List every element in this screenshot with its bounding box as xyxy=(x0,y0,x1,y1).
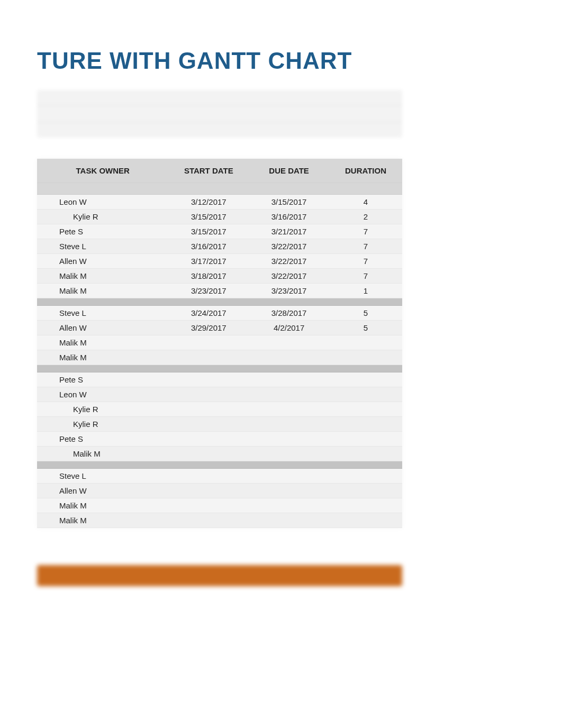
cell-owner: Pete S xyxy=(37,372,168,387)
cell-start xyxy=(168,432,249,447)
section-separator xyxy=(37,298,402,306)
cell-duration xyxy=(329,350,402,365)
cell-duration xyxy=(329,484,402,498)
cell-duration: 4 xyxy=(329,195,402,210)
cell-start xyxy=(168,402,249,417)
table-row: Steve L3/16/20173/22/20177 xyxy=(37,239,402,254)
cell-due: 3/28/2017 xyxy=(249,306,329,321)
cell-duration xyxy=(329,387,402,402)
table-row: Malik M3/23/20173/23/20171 xyxy=(37,284,402,298)
table-row: Malik M xyxy=(37,447,402,461)
cell-duration xyxy=(329,417,402,432)
cell-due: 3/16/2017 xyxy=(249,210,329,224)
table-row: Kylie R3/15/20173/16/20172 xyxy=(37,210,402,224)
table-row: Pete S xyxy=(37,432,402,447)
cell-start: 3/17/2017 xyxy=(168,254,249,269)
cell-due xyxy=(249,402,329,417)
cell-duration: 5 xyxy=(329,306,402,321)
cell-owner: Leon W xyxy=(37,387,168,402)
cell-duration xyxy=(329,498,402,513)
cell-start xyxy=(168,469,249,484)
table-row: Kylie R xyxy=(37,402,402,417)
cell-start: 3/15/2017 xyxy=(168,224,249,239)
cell-duration xyxy=(329,513,402,528)
blurred-meta-banner xyxy=(37,90,402,138)
table-row: Steve L3/24/20173/28/20175 xyxy=(37,306,402,321)
cell-owner: Malik M xyxy=(37,447,168,461)
section-separator xyxy=(37,365,402,372)
page: TURE WITH GANTT CHART TASK OWNER START D… xyxy=(0,0,562,586)
cell-owner: Pete S xyxy=(37,432,168,447)
cell-start: 3/15/2017 xyxy=(168,210,249,224)
cell-start xyxy=(168,447,249,461)
col-header-duration: DURATION xyxy=(329,159,402,183)
cell-due xyxy=(249,372,329,387)
page-title: TURE WITH GANTT CHART xyxy=(37,48,562,74)
table-row: Pete S3/15/20173/21/20177 xyxy=(37,224,402,239)
table-row: Allen W xyxy=(37,484,402,498)
cell-start xyxy=(168,513,249,528)
col-header-start: START DATE xyxy=(168,159,249,183)
cell-duration: 7 xyxy=(329,224,402,239)
cell-due: 3/22/2017 xyxy=(249,269,329,284)
cell-start xyxy=(168,372,249,387)
cell-start xyxy=(168,417,249,432)
cell-owner: Malik M xyxy=(37,498,168,513)
cell-duration: 1 xyxy=(329,284,402,298)
cell-owner: Steve L xyxy=(37,306,168,321)
cell-duration xyxy=(329,372,402,387)
cell-due xyxy=(249,350,329,365)
bottom-bar-container xyxy=(37,565,402,586)
cell-due xyxy=(249,432,329,447)
cell-owner: Pete S xyxy=(37,224,168,239)
cell-owner: Kylie R xyxy=(37,402,168,417)
cell-owner: Malik M xyxy=(37,350,168,365)
cell-duration: 7 xyxy=(329,254,402,269)
table-row: Leon W3/12/20173/15/20174 xyxy=(37,195,402,210)
task-table: TASK OWNER START DATE DUE DATE DURATION … xyxy=(37,159,402,528)
cell-owner: Malik M xyxy=(37,269,168,284)
cell-duration xyxy=(329,402,402,417)
table-row: Steve L xyxy=(37,469,402,484)
cell-due xyxy=(249,498,329,513)
cell-duration xyxy=(329,447,402,461)
cell-start: 3/12/2017 xyxy=(168,195,249,210)
table-header: TASK OWNER START DATE DUE DATE DURATION xyxy=(37,159,402,195)
table-row: Malik M3/18/20173/22/20177 xyxy=(37,269,402,284)
task-table-container: TASK OWNER START DATE DUE DATE DURATION … xyxy=(37,159,402,528)
cell-due xyxy=(249,387,329,402)
cell-start xyxy=(168,387,249,402)
col-header-due: DUE DATE xyxy=(249,159,329,183)
cell-owner: Malik M xyxy=(37,335,168,350)
col-header-owner: TASK OWNER xyxy=(37,159,168,183)
table-row: Allen W3/17/20173/22/20177 xyxy=(37,254,402,269)
cell-due: 3/23/2017 xyxy=(249,284,329,298)
cell-duration: 7 xyxy=(329,239,402,254)
cell-duration xyxy=(329,469,402,484)
cell-start: 3/23/2017 xyxy=(168,284,249,298)
cell-start xyxy=(168,350,249,365)
cell-due: 4/2/2017 xyxy=(249,321,329,335)
cell-owner: Steve L xyxy=(37,469,168,484)
section-separator xyxy=(37,461,402,469)
table-row: Pete S xyxy=(37,372,402,387)
cell-owner: Allen W xyxy=(37,254,168,269)
cell-due xyxy=(249,335,329,350)
cell-duration xyxy=(329,432,402,447)
table-row: Malik M xyxy=(37,335,402,350)
cell-duration: 2 xyxy=(329,210,402,224)
cell-owner: Steve L xyxy=(37,239,168,254)
cell-duration: 7 xyxy=(329,269,402,284)
cell-owner: Kylie R xyxy=(37,210,168,224)
cell-owner: Kylie R xyxy=(37,417,168,432)
cell-due xyxy=(249,469,329,484)
cell-owner: Leon W xyxy=(37,195,168,210)
cell-owner: Malik M xyxy=(37,284,168,298)
cell-owner: Allen W xyxy=(37,484,168,498)
cell-due xyxy=(249,484,329,498)
cell-due: 3/22/2017 xyxy=(249,239,329,254)
blurred-bottom-bar xyxy=(37,565,402,586)
cell-due: 3/15/2017 xyxy=(249,195,329,210)
cell-start xyxy=(168,335,249,350)
table-row: Kylie R xyxy=(37,417,402,432)
